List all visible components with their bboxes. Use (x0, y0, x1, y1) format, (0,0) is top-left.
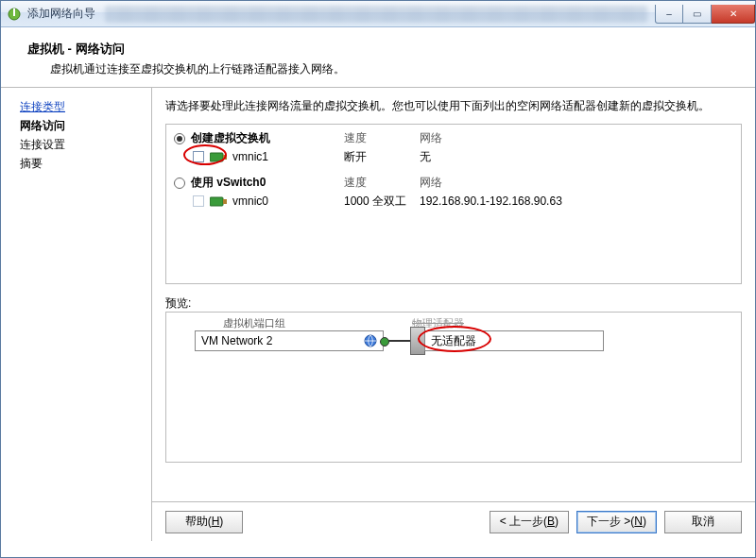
wizard-header-title: 虚拟机 - 网络访问 (27, 41, 736, 58)
option-use-vswitch0-label: 使用 vSwitch0 (191, 175, 266, 191)
nic-speed: 断开 (344, 149, 367, 165)
nic-network: 192.168.90.1-192.168.90.63 (420, 194, 562, 208)
checkbox-vmnic1[interactable] (193, 151, 204, 162)
column-header-network: 网络 (420, 130, 442, 146)
instruction-text: 请选择要处理此连接网络流量的虚拟交换机。您也可以使用下面列出的空闲网络适配器创建… (165, 97, 742, 114)
svg-rect-3 (223, 155, 227, 160)
nic-name: vmnic1 (232, 150, 268, 163)
option-create-vswitch[interactable]: 创建虚拟交换机 速度 网络 (174, 130, 733, 146)
column-header-speed: 速度 (344, 175, 367, 191)
wizard-header-subtitle: 虚拟机通过连接至虚拟交换机的上行链路适配器接入网络。 (50, 61, 736, 77)
preview-portgroup-header: 虚拟机端口组 (223, 316, 285, 330)
preview-portgroup: VM Network 2 (195, 330, 384, 351)
next-button[interactable]: 下一步 >(N) (576, 511, 657, 533)
svg-rect-1 (13, 8, 15, 16)
nic-name: vmnic0 (232, 194, 268, 208)
preview-connector (384, 340, 410, 342)
preview-label: 预览: (165, 296, 742, 312)
nic-icon (210, 150, 227, 163)
wizard-footer: 帮助(H) < 上一步(B) 下一步 >(N) 取消 (152, 501, 755, 541)
svg-rect-4 (210, 197, 223, 206)
minimize-button[interactable]: – (655, 5, 683, 24)
app-icon (7, 7, 22, 22)
wizard-header: 虚拟机 - 网络访问 虚拟机通过连接至虚拟交换机的上行链路适配器接入网络。 (1, 27, 755, 88)
column-header-network: 网络 (420, 175, 442, 191)
step-connection-settings: 连接设置 (20, 135, 144, 154)
globe-icon (364, 334, 377, 347)
title-bar: 添加网络向导 – ▭ ✕ (1, 1, 755, 27)
maximize-button[interactable]: ▭ (683, 5, 712, 24)
step-connection-type[interactable]: 连接类型 (20, 97, 144, 116)
nic-icon (210, 194, 227, 208)
cancel-button[interactable]: 取消 (664, 511, 742, 533)
nic-network: 无 (420, 149, 431, 165)
nic-row-vmnic1: vmnic1 断开 无 (193, 146, 733, 167)
nic-speed: 1000 全双工 (344, 194, 406, 210)
step-summary: 摘要 (20, 154, 144, 173)
nic-row-vmnic0: vmnic0 1000 全双工 192.168.90.1-192.168.90.… (193, 191, 733, 211)
option-create-vswitch-label: 创建虚拟交换机 (191, 130, 270, 146)
option-use-vswitch0[interactable]: 使用 vSwitch0 速度 网络 (174, 175, 733, 191)
preview-no-adapter-text: 无适配器 (431, 333, 476, 349)
preview-portgroup-name: VM Network 2 (201, 334, 358, 347)
step-network-access: 网络访问 (20, 116, 144, 135)
radio-create-vswitch[interactable] (174, 133, 185, 144)
column-header-speed: 速度 (344, 130, 367, 146)
window-title: 添加网络向导 (27, 6, 95, 22)
preview-box: 虚拟机端口组 物理适配器 VM Network 2 无适配器 (165, 312, 742, 463)
radio-use-vswitch0[interactable] (174, 178, 185, 189)
titlebar-blur (105, 6, 647, 23)
preview-physical-adapter: 无适配器 (424, 330, 604, 351)
help-button[interactable]: 帮助(H) (165, 511, 243, 533)
svg-rect-5 (223, 199, 227, 204)
wizard-steps-sidebar: 连接类型 网络访问 连接设置 摘要 (1, 88, 152, 541)
wizard-main: 请选择要处理此连接网络流量的虚拟交换机。您也可以使用下面列出的空闲网络适配器创建… (152, 88, 755, 541)
preview-vswitch-icon (410, 327, 425, 355)
vswitch-options-group: 创建虚拟交换机 速度 网络 vmnic1 断开 无 使用 vSwitch0 速度… (165, 124, 742, 284)
svg-rect-2 (210, 153, 223, 161)
close-button[interactable]: ✕ (712, 5, 755, 24)
back-button[interactable]: < 上一步(B) (490, 511, 569, 533)
checkbox-vmnic0[interactable] (193, 195, 204, 207)
